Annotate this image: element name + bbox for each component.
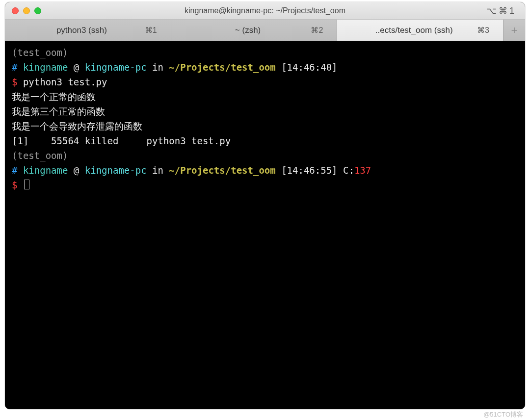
virtualenv-name: (test_oom) xyxy=(12,47,68,58)
maximize-icon[interactable] xyxy=(34,7,41,14)
prompt-in: in xyxy=(147,165,169,176)
tab-label: python3 (ssh) xyxy=(19,26,145,35)
tab-shortcut: ⌘3 xyxy=(477,26,489,35)
prompt-path: ~/Projects/test_oom xyxy=(169,165,275,176)
prompt-hash: # xyxy=(12,62,17,73)
window-title: kingname@kingname-pc: ~/Projects/test_oo… xyxy=(185,6,345,15)
prompt-in: in xyxy=(147,62,169,73)
stdout-line: 我是一个正常的函数 xyxy=(12,91,96,102)
plus-icon: + xyxy=(511,24,518,37)
tab-test-oom-ssh[interactable]: ..ects/test_oom (ssh) ⌘3 xyxy=(337,20,504,41)
terminal-output[interactable]: (test_oom) # kingname @ kingname-pc in ~… xyxy=(5,41,525,409)
prompt-time: [14:46:55] xyxy=(276,165,343,176)
stdout-line: [1] 55564 killed python3 test.py xyxy=(12,135,231,146)
prompt-dollar: $ xyxy=(12,180,23,190)
prompt-path: ~/Projects/test_oom xyxy=(169,62,275,73)
tab-bar: python3 (ssh) ⌘1 ~ (zsh) ⌘2 ..ects/test_… xyxy=(5,20,525,41)
terminal-window: kingname@kingname-pc: ~/Projects/test_oo… xyxy=(5,2,525,409)
virtualenv-name: (test_oom) xyxy=(12,150,68,161)
cursor-icon xyxy=(24,180,29,189)
prompt-at: @ xyxy=(68,165,84,176)
prompt-dollar: $ xyxy=(12,77,23,87)
stdout-line: 我是第三个正常的函数 xyxy=(12,106,105,117)
tab-label: ~ (zsh) xyxy=(185,26,311,35)
stdout-line: 我是一个会导致内存泄露的函数 xyxy=(12,121,142,131)
prompt-user: kingname xyxy=(23,165,68,176)
add-tab-button[interactable]: + xyxy=(504,20,525,41)
close-icon[interactable] xyxy=(12,7,19,14)
prompt-at: @ xyxy=(68,62,84,73)
prompt-host: kingname-pc xyxy=(85,62,147,73)
prompt-user: kingname xyxy=(23,62,68,73)
minimize-icon[interactable] xyxy=(23,7,30,14)
exit-code-value: 137 xyxy=(354,165,371,176)
tab-label: ..ects/test_oom (ssh) xyxy=(351,26,477,35)
prompt-time: [14:46:40] xyxy=(276,62,338,73)
watermark-text: @51CTO博客 xyxy=(483,410,523,419)
tab-home-zsh[interactable]: ~ (zsh) ⌘2 xyxy=(171,20,338,41)
window-shortcut-badge: ⌥⌘1 xyxy=(486,5,516,16)
command-text: python3 test.py xyxy=(23,77,107,87)
prompt-host: kingname-pc xyxy=(85,165,147,176)
tab-python3-ssh[interactable]: python3 (ssh) ⌘1 xyxy=(5,20,171,41)
exit-code-label: C: xyxy=(343,165,354,176)
prompt-hash: # xyxy=(12,165,17,176)
traffic-lights xyxy=(5,7,41,14)
titlebar: kingname@kingname-pc: ~/Projects/test_oo… xyxy=(5,2,525,20)
tab-shortcut: ⌘1 xyxy=(145,26,157,35)
tab-shortcut: ⌘2 xyxy=(311,26,323,35)
